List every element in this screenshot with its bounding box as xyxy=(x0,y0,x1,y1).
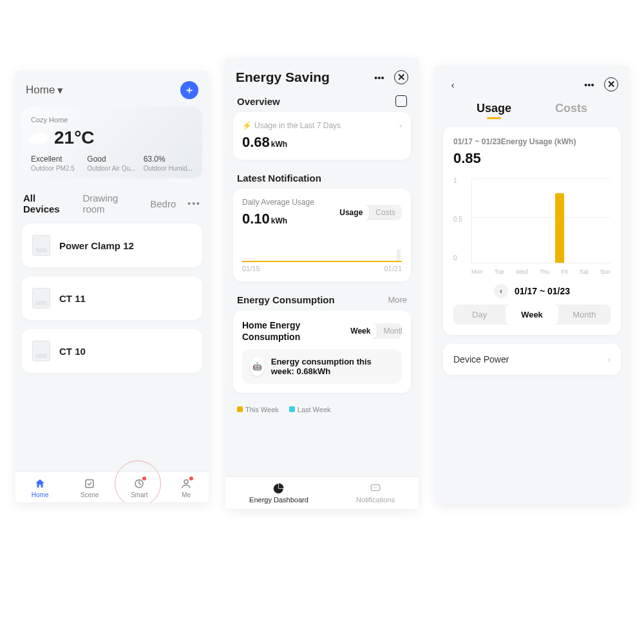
nav-smart[interactable]: Smart xyxy=(131,477,148,498)
device-power-clamp-12[interactable]: Power Clamp 12 xyxy=(22,223,202,267)
toggle-week[interactable]: Week xyxy=(344,323,377,339)
pie-chart-icon xyxy=(273,482,285,494)
tab-bedroom[interactable]: Bedro xyxy=(150,198,176,209)
notification-badge xyxy=(189,477,193,480)
range-text: 01/17 ~ 01/23 xyxy=(515,286,570,296)
daily-mini-chart xyxy=(242,234,402,262)
device-icon xyxy=(32,288,50,308)
weather-location: Cozy Home xyxy=(31,116,193,124)
home-dropdown[interactable]: Home ▾ xyxy=(26,84,63,97)
energy-saving-screen: Energy Saving ••• ✕ Overview ⚡Usage in t… xyxy=(225,58,419,509)
svg-rect-0 xyxy=(86,480,93,488)
device-ct-10[interactable]: CT 10 xyxy=(22,329,202,373)
nav-home[interactable]: Home xyxy=(32,477,49,498)
overview-heading: Overview xyxy=(237,96,280,107)
caret-down-icon: ▾ xyxy=(57,84,63,97)
metric-air-quality: Good Outdoor Air Qu... xyxy=(87,155,137,172)
back-icon[interactable]: ‹ xyxy=(446,77,460,91)
seg-month[interactable]: Month xyxy=(558,305,611,325)
device-icon xyxy=(32,341,50,361)
usage-costs-tabs: Usage Costs xyxy=(435,95,629,124)
metric-humidity: 63.0% Outdoor Humid... xyxy=(144,155,193,172)
close-icon[interactable]: ✕ xyxy=(394,70,408,84)
page-title: Energy Saving xyxy=(236,70,330,85)
add-device-button[interactable]: ＋ xyxy=(180,81,198,99)
weekly-bar-chart: 1 0.5 0 Mon Tue Wed Thu Fri Sat Sun xyxy=(453,178,611,275)
home-energy-card: Home Energy Consumption Week Month 🤖 Ene… xyxy=(233,310,411,393)
scene-icon xyxy=(83,477,96,490)
chevron-right-icon: › xyxy=(399,121,402,130)
chart-legend: This Week Last Week xyxy=(225,402,419,420)
device-ct-11[interactable]: CT 11 xyxy=(22,276,202,320)
usage-7days-value: 0.68kWh xyxy=(242,134,402,151)
weather-temperature: 21°C xyxy=(54,128,95,148)
tab-usage[interactable]: Usage xyxy=(477,102,511,115)
energy-bottom-nav: Energy Dashboard Notifications xyxy=(225,477,419,509)
more-icon[interactable]: ••• xyxy=(372,70,386,84)
more-link[interactable]: More xyxy=(388,295,407,305)
profile-icon xyxy=(180,477,193,490)
toggle-costs[interactable]: Costs xyxy=(369,205,402,220)
chevron-right-icon: › xyxy=(607,354,611,365)
home-icon xyxy=(33,477,46,490)
legend-last-week-swatch xyxy=(289,406,295,412)
home-label: Home xyxy=(26,84,55,97)
usage-costs-toggle: Usage Costs xyxy=(333,205,402,220)
bolt-icon: ⚡ xyxy=(242,121,252,130)
daily-value: 0.10kWh xyxy=(242,211,314,227)
daily-label: Daily Average Usage xyxy=(242,198,314,207)
usage-7days-card[interactable]: ⚡Usage in the Last 7 Days › 0.68kWh xyxy=(233,112,411,160)
tab-drawing-room[interactable]: Drawing room xyxy=(82,193,138,214)
usage-detail-screen: ‹ ••• ✕ Usage Costs 01/17 ~ 01/23Energy … xyxy=(435,66,629,504)
energy-bubble: 🤖 Energy consumption this week: 0.68kWh xyxy=(242,349,402,384)
latest-notification-heading: Latest Notification xyxy=(237,173,321,184)
tabs-more-icon[interactable]: ••• xyxy=(187,198,201,209)
notification-badge xyxy=(142,477,146,480)
legend-this-week-swatch xyxy=(237,406,243,412)
plus-icon: ＋ xyxy=(184,84,194,97)
cloud-icon xyxy=(31,132,48,144)
daily-average-card: Daily Average Usage 0.10kWh Usage Costs … xyxy=(233,189,411,281)
period-segment: Day Week Month xyxy=(453,305,611,325)
nav-me[interactable]: Me xyxy=(180,477,193,498)
bottom-nav: Home Scene Smart Me xyxy=(15,471,209,502)
svg-point-4 xyxy=(374,488,375,489)
toggle-month[interactable]: Month xyxy=(377,323,402,339)
home-screen: Home ▾ ＋ Cozy Home 21°C Excellent Outdoo… xyxy=(15,71,209,502)
room-tabs: All Devices Drawing room Bedro ••• xyxy=(15,186,209,218)
robot-icon: 🤖 xyxy=(250,357,265,376)
seg-day[interactable]: Day xyxy=(453,305,506,325)
close-icon[interactable]: ✕ xyxy=(604,77,618,91)
seg-week[interactable]: Week xyxy=(506,305,558,325)
chat-icon xyxy=(370,482,381,494)
week-month-toggle: Week Month xyxy=(344,323,402,339)
svg-point-6 xyxy=(376,488,377,489)
energy-consumption-heading: Energy Consumption xyxy=(237,294,335,305)
nav-notifications[interactable]: Notifications xyxy=(356,482,395,504)
nav-scene[interactable]: Scene xyxy=(80,477,99,498)
svg-point-5 xyxy=(375,488,376,489)
range-label: 01/17 ~ 01/23Energy Usage (kWh) xyxy=(453,137,611,146)
device-icon xyxy=(32,235,50,256)
prev-range-button[interactable]: ‹ xyxy=(494,284,508,298)
toggle-usage[interactable]: Usage xyxy=(333,205,369,220)
tab-costs[interactable]: Costs xyxy=(555,102,587,115)
weather-card[interactable]: Cozy Home 21°C Excellent Outdoor PM2.5 G… xyxy=(22,107,202,178)
home-energy-title: Home Energy Consumption xyxy=(242,319,344,343)
nav-energy-dashboard[interactable]: Energy Dashboard xyxy=(249,482,308,504)
range-value: 0.85 xyxy=(453,150,611,167)
settings-icon[interactable] xyxy=(395,95,407,107)
more-icon[interactable]: ••• xyxy=(582,77,596,91)
usage-chart-card: 01/17 ~ 01/23Energy Usage (kWh) 0.85 1 0… xyxy=(443,127,621,335)
device-power-row[interactable]: Device Power › xyxy=(443,344,621,375)
svg-point-2 xyxy=(184,480,188,484)
smart-icon xyxy=(133,477,146,490)
metric-pm25: Excellent Outdoor PM2.5 xyxy=(31,155,80,172)
tab-all-devices[interactable]: All Devices xyxy=(23,193,71,214)
